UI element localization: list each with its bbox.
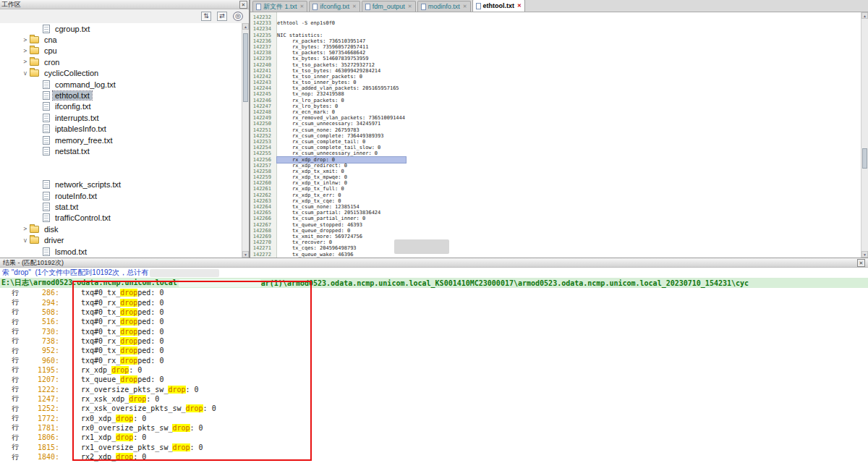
editor-line[interactable]: 142269 tx_xmit_more: 569724756	[250, 234, 861, 239]
result-row-line-1195[interactable]: 行1195:rx_xdp_drop: 0	[0, 365, 868, 375]
result-row-line-294[interactable]: 行294:txq#0_rx_dropped: 0	[0, 297, 868, 307]
tree-item-cyclicCollection[interactable]: vcyclicCollection	[0, 68, 242, 79]
tab-fdm_output[interactable]: fdm_output✕	[362, 1, 416, 12]
editor-line[interactable]: 142257 rx_xdp_redirect: 0	[250, 163, 861, 169]
editor-line[interactable]: 142237 rx_bytes: 735960572057411	[250, 44, 861, 50]
result-row-line-1207[interactable]: 行1207:tx_queue_dropped: 0	[0, 375, 868, 384]
tree-item-iptablesInfo.txt[interactable]: iptablesInfo.txt	[0, 124, 242, 135]
result-row-line-1222[interactable]: 行1222:rx_oversize_pkts_sw_drop: 0	[0, 384, 868, 394]
editor-line[interactable]: 142245 tx_nop: 232419588	[250, 91, 861, 97]
editor-line[interactable]: 142260 rx_xdp_tx_inlnw: 0	[250, 180, 861, 186]
editor-line[interactable]: 142272 tx_queue_wake: 46396	[250, 252, 861, 258]
result-row-line-508[interactable]: 行508:txq#0_tx_dropped: 0	[0, 307, 868, 317]
tree-item-command_log.txt[interactable]: command_log.txt	[0, 79, 242, 90]
editor-line[interactable]: 142238 tx_packets: 507354668642	[250, 50, 861, 56]
editor-line[interactable]: 142255 rx_csum_unnecessary_inner: 0	[250, 150, 861, 156]
editor-line[interactable]: 142235NIC statistics:	[250, 33, 861, 38]
editor-line[interactable]: 142251 rx_csum_none: 26759783	[250, 127, 861, 133]
tree-item-netstat.txt[interactable]: netstat.txt	[0, 145, 242, 156]
result-row-line-516[interactable]: 行516:txq#0_rx_dropped: 0	[0, 317, 868, 326]
editor-line[interactable]: 142240 tx_tso_packets: 35272932712	[250, 62, 861, 68]
chevron-right-icon[interactable]: >	[21, 226, 30, 232]
tree-item-routeInfo.txt[interactable]: routeInfo.txt	[0, 190, 242, 201]
chevron-right-icon[interactable]: >	[21, 48, 30, 54]
scrollbar-thumb[interactable]	[243, 33, 248, 102]
scroll-down-icon[interactable]: ▼	[242, 251, 249, 258]
tree-item-cpu[interactable]: >cpu	[0, 46, 242, 56]
tab-close-icon[interactable]: ✕	[517, 3, 522, 9]
tree-item-memory_free.txt[interactable]: memory_free.txt	[0, 135, 242, 145]
scroll-up-icon[interactable]: ▲	[242, 23, 249, 30]
chevron-down-icon[interactable]: v	[21, 237, 30, 244]
tab-ethtool.txt[interactable]: ethtool.txt✕	[472, 0, 525, 12]
tree-item-driver[interactable]: vdriver	[0, 234, 242, 245]
tab-close-icon[interactable]: ✕	[408, 4, 412, 9]
editor-line[interactable]: 142259 rx_xdp_tx_mpwqe: 0	[250, 174, 861, 180]
scroll-down-icon[interactable]: ▼	[861, 251, 868, 258]
chevron-down-icon[interactable]: v	[21, 70, 30, 77]
result-file-path[interactable]: E:\日志\armod0523.odata.ncmp.unicom.local …	[0, 278, 868, 288]
tree-item-stat.txt[interactable]: stat.txt	[0, 201, 242, 212]
editor-line[interactable]: 142256 rx_xdp_drop: 0	[250, 157, 861, 163]
editor-line[interactable]: 142239 tx_bytes: 514607839753959	[250, 56, 861, 61]
editor-scrollbar[interactable]: ▲ ▼	[861, 12, 868, 258]
tab-close-icon[interactable]: ✕	[300, 4, 305, 9]
close-results-icon[interactable]: ✕	[857, 259, 865, 267]
result-row-line-1815[interactable]: 行1815:rx1_oversize_pkts_sw_drop: 0	[0, 443, 868, 452]
tree-item-cgroup.txt[interactable]: cgroup.txt	[0, 23, 242, 34]
tab-close-icon[interactable]: ✕	[463, 4, 467, 9]
close-workspace-icon[interactable]: ✕	[239, 1, 247, 9]
editor-line[interactable]: 142265 tx_csum_partial: 205153836424	[250, 210, 861, 216]
editor-line[interactable]: 142268 tx_queue_dropped: 0	[250, 228, 861, 234]
editor-line[interactable]: 142244 tx_added_vlan_packets: 2051659571…	[250, 85, 861, 91]
editor-line[interactable]: 142262 rx_xdp_tx_err: 0	[250, 192, 861, 198]
editor-line[interactable]: 142266 tx_csum_partial_inner: 0	[250, 216, 861, 221]
result-row-line-1252[interactable]: 行1252:rx_xsk_oversize_pkts_sw_drop: 0	[0, 404, 868, 413]
editor-line[interactable]: 142263 rx_xdp_tx_cqe: 0	[250, 198, 861, 204]
result-row-line-1840[interactable]: 行1840:rx2_xdp_drop: 0	[0, 452, 868, 462]
editor-line[interactable]: 142234	[250, 26, 861, 32]
editor-line[interactable]: 142250 rx_csum_unnecessary: 34245971	[250, 121, 861, 127]
tree-item-lsmod.txt[interactable]: lsmod.txt	[0, 246, 242, 257]
editor-line[interactable]: 142232	[250, 14, 861, 20]
result-row-line-730[interactable]: 行730:txq#0_tx_dropped: 0	[0, 326, 868, 336]
tree-item-trafficControl.txt[interactable]: trafficControl.txt	[0, 213, 242, 224]
editor-line[interactable]: 142267 tx_queue_stopped: 46393	[250, 222, 861, 228]
editor-content[interactable]: 142232142233ethtool -S enp1s0f0142234142…	[250, 12, 861, 258]
result-row-line-1247[interactable]: 行1247:rx_xsk_xdp_drop: 0	[0, 394, 868, 404]
tree-scrollbar[interactable]: ▲ ▼	[242, 23, 249, 258]
editor-line[interactable]: 142249 rx_removed_vlan_packets: 73651009…	[250, 115, 861, 121]
editor-line[interactable]: 142236 rx_packets: 736510395147	[250, 38, 861, 44]
tree-item-cron[interactable]: >cron	[0, 56, 242, 67]
editor-line[interactable]: 142248 rx_ecn_mark: 0	[250, 109, 861, 115]
editor-line[interactable]: 142261 rx_xdp_tx_full: 0	[250, 186, 861, 192]
chevron-right-icon[interactable]: >	[21, 37, 30, 43]
tab-modinfo.txt[interactable]: modinfo.txt✕	[417, 1, 471, 12]
editor-line[interactable]: 142242 tx_tso_inner_packets: 0	[250, 74, 861, 80]
tab-close-icon[interactable]: ✕	[352, 4, 357, 9]
editor-line[interactable]: 142264 tx_csum_none: 12385154	[250, 204, 861, 210]
tree-item-network_scripts.txt[interactable]: network_scripts.txt	[0, 179, 242, 190]
sync-files-icon[interactable]: ⇅	[201, 12, 211, 21]
editor-line[interactable]: 142247 rx_lro_bytes: 0	[250, 103, 861, 109]
result-row-line-1806[interactable]: 行1806:rx1_xdp_drop: 0	[0, 433, 868, 442]
result-row-line-286[interactable]: 行286:txq#0_tx_dropped: 0	[0, 288, 868, 297]
tree-item-cna[interactable]: >cna	[0, 34, 242, 45]
result-row-line-1772[interactable]: 行1772:rx0_xdp_drop: 0	[0, 413, 868, 422]
editor-line[interactable]: 142253 rx_csum_complete_tail: 0	[250, 139, 861, 145]
result-row-line-960[interactable]: 行960:txq#0_rx_dropped: 0	[0, 355, 868, 365]
editor-line[interactable]: 142271 tx_cqes: 204596498793	[250, 245, 861, 251]
collapse-all-icon[interactable]: ⇄	[217, 12, 227, 21]
result-row-line-738[interactable]: 行738:txq#0_rx_dropped: 0	[0, 336, 868, 346]
locate-file-icon[interactable]: ◎	[233, 12, 243, 21]
scroll-up-icon[interactable]: ▲	[861, 12, 868, 19]
editor-line[interactable]: 142241 tx_tso_bytes: 463099429284214	[250, 68, 861, 74]
tab-新文件 1.txt[interactable]: 新文件 1.txt✕	[252, 1, 307, 12]
chevron-right-icon[interactable]: >	[21, 59, 30, 65]
editor-line[interactable]: 142270 tx_recover: 0	[250, 239, 861, 245]
editor-line[interactable]: 142233ethtool -S enp1s0f0	[250, 20, 861, 26]
scrollbar-thumb[interactable]	[862, 148, 867, 169]
editor-line[interactable]: 142252 rx_csum_complete: 736449389393	[250, 133, 861, 139]
tree-item-ethtool.txt[interactable]: ethtool.txt	[0, 90, 242, 101]
tree-item-interrupts.txt[interactable]: interrupts.txt	[0, 112, 242, 123]
